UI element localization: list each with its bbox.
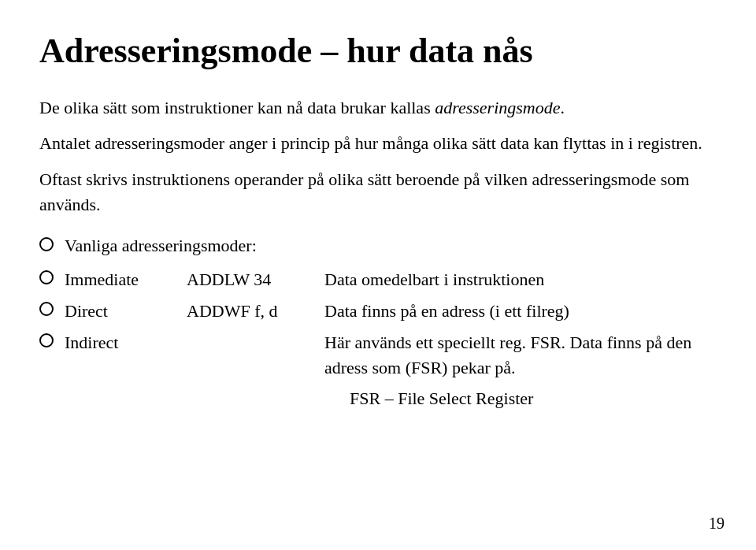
list-item-immediate: Immediate ADDLW 34 Data omedelbart i ins… bbox=[39, 266, 717, 293]
direct-code: ADDWF f, d bbox=[187, 298, 324, 325]
slide-container: Adresseringsmode – hur data nås De olika… bbox=[0, 0, 756, 550]
indirect-code bbox=[187, 329, 324, 381]
fsr-code-spacer bbox=[212, 386, 350, 411]
indirect-desc-line1: Här används ett speciellt reg. FSR. Data… bbox=[324, 333, 691, 377]
immediate-desc: Data omedelbart i instruktionen bbox=[324, 266, 717, 293]
vanliga-label: Vanliga adresseringsmoder: bbox=[65, 233, 717, 258]
bullet-list: Vanliga adresseringsmoder: Immediate ADD… bbox=[39, 233, 717, 381]
fsr-line-row: FSR – File Select Register bbox=[90, 386, 717, 411]
p1-text-after: . bbox=[561, 98, 565, 117]
indirect-name: Indirect bbox=[65, 329, 187, 381]
list-item-indirect: Indirect Här används ett speciellt reg. … bbox=[39, 329, 717, 381]
p1-text-italic: adresseringsmode bbox=[435, 98, 560, 117]
bullet-icon-direct bbox=[39, 302, 54, 316]
direct-name: Direct bbox=[65, 298, 187, 325]
indirect-row: Indirect Här används ett speciellt reg. … bbox=[65, 329, 717, 381]
immediate-name: Immediate bbox=[65, 266, 187, 293]
fsr-line-table: FSR – File Select Register bbox=[90, 386, 717, 411]
bullet-icon-immediate bbox=[39, 270, 54, 284]
paragraph-3: Oftast skrivs instruktionens operander p… bbox=[39, 167, 717, 217]
p1-text-before: De olika sätt som instruktioner kan nå d… bbox=[39, 98, 435, 117]
bullet-icon-indirect bbox=[39, 333, 54, 347]
fsr-name-spacer bbox=[90, 386, 212, 411]
immediate-table-row: Immediate ADDLW 34 Data omedelbart i ins… bbox=[65, 266, 717, 293]
indirect-table: Indirect Här används ett speciellt reg. … bbox=[65, 329, 717, 381]
direct-table-row: Direct ADDWF f, d Data finns på en adres… bbox=[65, 298, 717, 325]
indirect-table-row: Indirect Här används ett speciellt reg. … bbox=[65, 329, 717, 381]
modes-table: Immediate ADDLW 34 Data omedelbart i ins… bbox=[65, 266, 717, 293]
fsr-line-container: FSR – File Select Register bbox=[65, 386, 717, 411]
direct-desc: Data finns på en adress (i ett filreg) bbox=[324, 298, 717, 325]
indirect-desc: Här används ett speciellt reg. FSR. Data… bbox=[324, 329, 717, 381]
slide-body: De olika sätt som instruktioner kan nå d… bbox=[39, 95, 717, 411]
list-item-direct: Direct ADDWF f, d Data finns på en adres… bbox=[39, 298, 717, 325]
list-item-vanliga: Vanliga adresseringsmoder: bbox=[39, 233, 717, 262]
direct-row: Direct ADDWF f, d Data finns på en adres… bbox=[65, 298, 717, 325]
bullet-icon-vanliga bbox=[39, 237, 54, 251]
paragraph-2: Antalet adresseringsmoder anger i princi… bbox=[39, 131, 717, 156]
page-number: 19 bbox=[709, 515, 724, 533]
paragraph-1: De olika sätt som instruktioner kan nå d… bbox=[39, 95, 717, 121]
slide-title: Adresseringsmode – hur data nås bbox=[39, 32, 717, 72]
immediate-code: ADDLW 34 bbox=[187, 266, 324, 293]
immediate-row: Immediate ADDLW 34 Data omedelbart i ins… bbox=[65, 266, 717, 293]
direct-table: Direct ADDWF f, d Data finns på en adres… bbox=[65, 298, 717, 325]
vanliga-section: Vanliga adresseringsmoder: Immediate ADD… bbox=[39, 233, 717, 411]
fsr-line: FSR – File Select Register bbox=[350, 386, 717, 411]
